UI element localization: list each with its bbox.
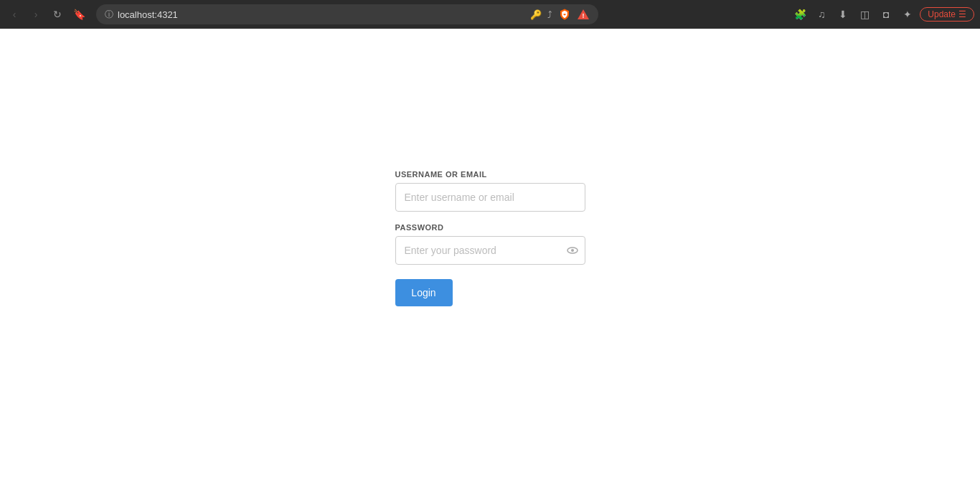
svg-text:!: ! [583,12,585,19]
share-icon[interactable]: ⤴ [547,9,552,20]
eye-icon [567,245,578,256]
brave-shield-icon[interactable] [558,8,571,21]
wallet-icon: ◘ [883,9,889,20]
sidebar-icon: ◫ [860,9,870,20]
warning-icon[interactable]: ! [577,8,590,21]
reload-icon: ↻ [53,9,62,20]
back-icon: ‹ [13,9,17,20]
forward-button[interactable]: › [27,6,44,23]
password-manager-icon[interactable]: 🔑 [530,9,542,20]
svg-point-3 [571,249,574,252]
address-bar-icons: 🔑 ⤴ ! [530,8,590,21]
bookmark-icon: 🔖 [73,9,85,20]
password-input-wrapper [395,236,585,265]
login-label: Login [411,287,435,298]
right-toolbar: 🧩 ♫ ⬇ ◫ ◘ ✦ Update ☰ [791,5,974,24]
menu-icon: ☰ [958,9,966,19]
password-field-group: PASSWORD [395,223,585,265]
update-label: Update [928,9,956,19]
forward-icon: › [34,9,38,20]
music-button[interactable]: ♫ [812,5,831,24]
leo-icon: ✦ [903,9,912,20]
leo-button[interactable]: ✦ [898,5,917,24]
music-icon: ♫ [818,9,826,20]
login-button[interactable]: Login [395,279,453,306]
download-button[interactable]: ⬇ [834,5,852,24]
username-input[interactable] [395,183,585,212]
extensions-icon: 🧩 [794,9,806,20]
reload-button[interactable]: ↻ [49,6,66,23]
password-toggle-button[interactable] [567,245,578,256]
browser-chrome: ‹ › ↻ 🔖 ⓘ localhost:4321 🔑 ⤴ ! [0,0,980,29]
password-label: PASSWORD [395,223,585,232]
address-bar[interactable]: ⓘ localhost:4321 🔑 ⤴ ! [96,4,598,24]
wallet-button[interactable]: ◘ [877,5,895,24]
bookmark-button[interactable]: 🔖 [70,6,88,23]
info-icon: ⓘ [105,9,113,21]
extensions-button[interactable]: 🧩 [791,5,809,24]
username-input-wrapper [395,183,585,212]
update-button[interactable]: Update ☰ [920,7,974,22]
password-input[interactable] [395,236,585,265]
sidebar-button[interactable]: ◫ [855,5,874,24]
back-button[interactable]: ‹ [6,6,23,23]
login-form: USERNAME OR EMAIL PASSWORD Login [395,170,585,306]
download-icon: ⬇ [839,9,847,20]
username-field-group: USERNAME OR EMAIL [395,170,585,212]
url-text: localhost:4321 [118,9,526,20]
page-content: USERNAME OR EMAIL PASSWORD Login [0,29,980,490]
username-label: USERNAME OR EMAIL [395,170,585,179]
